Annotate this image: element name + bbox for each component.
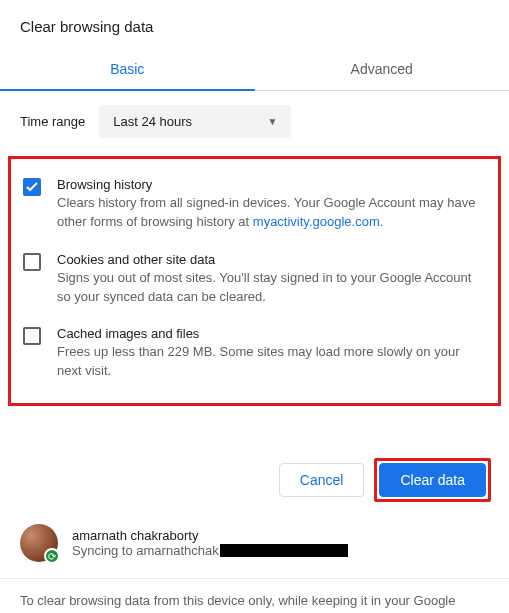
timerange-label: Time range: [20, 114, 85, 129]
option-desc: Clears history from all signed-in device…: [57, 194, 486, 232]
dialog-actions: Cancel Clear data: [0, 406, 509, 514]
timerange-value: Last 24 hours: [113, 114, 192, 129]
timerange-select[interactable]: Last 24 hours ▼: [99, 105, 291, 138]
tab-basic[interactable]: Basic: [0, 49, 255, 90]
tab-advanced[interactable]: Advanced: [255, 49, 510, 90]
option-desc: Frees up less than 229 MB. Some sites ma…: [57, 343, 486, 381]
checkbox-cache[interactable]: [23, 327, 41, 345]
options-highlight: Browsing history Clears history from all…: [8, 156, 501, 406]
redacted-block: [220, 544, 348, 557]
profile-sync-text: Syncing to amarnathchak: [72, 543, 219, 558]
option-cookies: Cookies and other site data Signs you ou…: [19, 242, 490, 317]
dialog-title: Clear browsing data: [0, 0, 509, 49]
cancel-button[interactable]: Cancel: [279, 463, 365, 497]
footer-text: To clear browsing data from this device …: [20, 593, 455, 613]
sync-icon: ⟳: [44, 548, 60, 564]
checkbox-browsing-history[interactable]: [23, 178, 41, 196]
footer-note: To clear browsing data from this device …: [0, 591, 509, 613]
myactivity-link[interactable]: myactivity.google.com: [253, 214, 380, 229]
option-title: Browsing history: [57, 177, 486, 192]
profile-name: amarnath chakraborty: [72, 528, 348, 543]
option-desc: Signs you out of most sites. You'll stay…: [57, 269, 486, 307]
checkbox-cookies[interactable]: [23, 253, 41, 271]
chevron-down-icon: ▼: [267, 116, 277, 127]
timerange-row: Time range Last 24 hours ▼: [0, 91, 509, 152]
clear-data-highlight: Clear data: [374, 458, 491, 502]
profile-sync-status: Syncing to amarnathchak: [72, 543, 348, 558]
option-desc-text: .: [380, 214, 384, 229]
profile-row: ⟳ amarnath chakraborty Syncing to amarna…: [0, 514, 509, 579]
option-title: Cached images and files: [57, 326, 486, 341]
tabs: Basic Advanced: [0, 49, 509, 91]
option-title: Cookies and other site data: [57, 252, 486, 267]
option-browsing-history: Browsing history Clears history from all…: [19, 167, 490, 242]
clear-data-button[interactable]: Clear data: [379, 463, 486, 497]
avatar: ⟳: [20, 524, 58, 562]
option-cache: Cached images and files Frees up less th…: [19, 316, 490, 391]
